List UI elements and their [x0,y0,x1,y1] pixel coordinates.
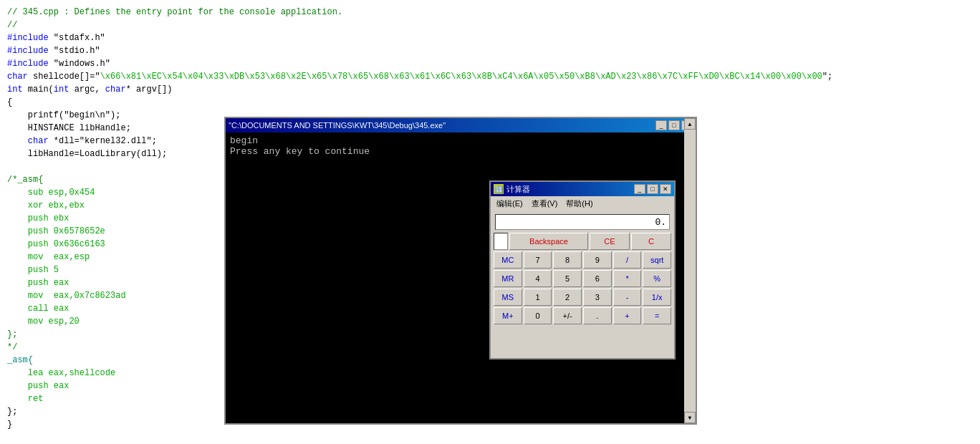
calc-add-button[interactable]: + [613,307,642,324]
calc-6-button[interactable]: 6 [583,270,612,287]
console-output-line2: Press any key to continue [230,146,681,157]
console-titlebar: "C:\DOCUMENTS AND SETTINGS\KWT\345\Debug… [226,118,696,132]
calc-5-button[interactable]: 5 [553,270,582,287]
calc-equals-button[interactable]: = [643,307,671,324]
calc-row-2: MR 4 5 6 * % [494,270,671,287]
calc-backspace-button[interactable]: Backspace [509,233,588,250]
calc-ce-button[interactable]: CE [590,233,630,250]
calc-mc-button[interactable]: MC [494,251,522,269]
console-maximize-button[interactable]: □ [668,120,680,130]
calc-menubar: 编辑(E) 查看(V) 帮助(H) [491,196,674,211]
calc-3-button[interactable]: 3 [583,289,612,306]
calc-8-button[interactable]: 8 [553,251,582,269]
calc-button-grid: Backspace CE C MC 7 8 9 / sqrt MR 4 5 6 … [491,231,674,329]
calc-4-button[interactable]: 4 [524,270,552,287]
calc-multiply-button[interactable]: * [613,270,642,287]
calc-checkbox[interactable] [494,233,508,250]
scroll-down-arrow[interactable]: ▼ [684,412,696,423]
calc-decimal-button[interactable]: . [583,307,612,324]
calc-mplus-button[interactable]: M+ [494,307,522,324]
calculator-window[interactable]: 🔢 计算器 _ □ ✕ 编辑(E) 查看(V) 帮助(H) 0. Backspa… [489,180,676,359]
scroll-track[interactable] [684,130,696,412]
console-minimize-button[interactable]: _ [655,120,667,130]
calc-reciprocal-button[interactable]: 1/x [643,289,671,306]
calc-menu-help[interactable]: 帮助(H) [562,197,597,211]
calc-c-button[interactable]: C [631,233,671,250]
calc-menu-view[interactable]: 查看(V) [527,197,562,211]
code-line-7: int main(int argc, char* argv[]) [7,83,973,96]
code-line-5: #include "windows.h" [7,57,973,70]
calc-7-button[interactable]: 7 [524,251,552,269]
calc-percent-button[interactable]: % [643,270,671,287]
calc-mr-button[interactable]: MR [494,270,522,287]
code-line-4: #include "stdio.h" [7,44,973,57]
calc-sqrt-button[interactable]: sqrt [643,251,671,269]
calc-9-button[interactable]: 9 [583,251,612,269]
calc-titlebar: 🔢 计算器 _ □ ✕ [491,182,674,196]
console-output-line1: begin [230,135,681,146]
code-line-2: // [7,19,973,32]
calc-maximize-button[interactable]: □ [647,184,658,194]
calc-controls: _ □ ✕ [634,184,671,194]
code-line-8: { [7,96,973,109]
calc-divide-button[interactable]: / [613,251,642,269]
scroll-up-arrow[interactable]: ▲ [684,118,696,130]
calc-icon: 🔢 [494,184,504,194]
calc-display-area: 0. [491,211,674,231]
code-line-3: #include "stdafx.h" [7,32,973,44]
console-scrollbar[interactable]: ▲ ▼ [684,118,696,423]
calc-row-4: M+ 0 +/- . + = [494,307,671,324]
calc-display: 0. [495,214,670,230]
calc-title: 计算器 [506,184,634,195]
calc-2-button[interactable]: 2 [553,289,582,306]
calc-0-button[interactable]: 0 [524,307,552,324]
calc-minimize-button[interactable]: _ [634,184,645,194]
calc-menu-edit[interactable]: 编辑(E) [492,197,527,211]
calc-ms-button[interactable]: MS [494,289,522,306]
calc-row-0: Backspace CE C [494,233,671,250]
code-line-1: // 345.cpp : Defines the entry point for… [7,6,973,19]
calc-row-3: MS 1 2 3 - 1/x [494,289,671,306]
calc-row-1: MC 7 8 9 / sqrt [494,251,671,269]
calc-subtract-button[interactable]: - [613,289,642,306]
console-title: "C:\DOCUMENTS AND SETTINGS\KWT\345\Debug… [229,121,446,130]
code-line-6: char shellcode[]="\x66\x81\xEC\x54\x04\x… [7,70,973,83]
calc-negate-button[interactable]: +/- [553,307,582,324]
calc-1-button[interactable]: 1 [524,289,552,306]
calc-close-button[interactable]: ✕ [660,184,671,194]
